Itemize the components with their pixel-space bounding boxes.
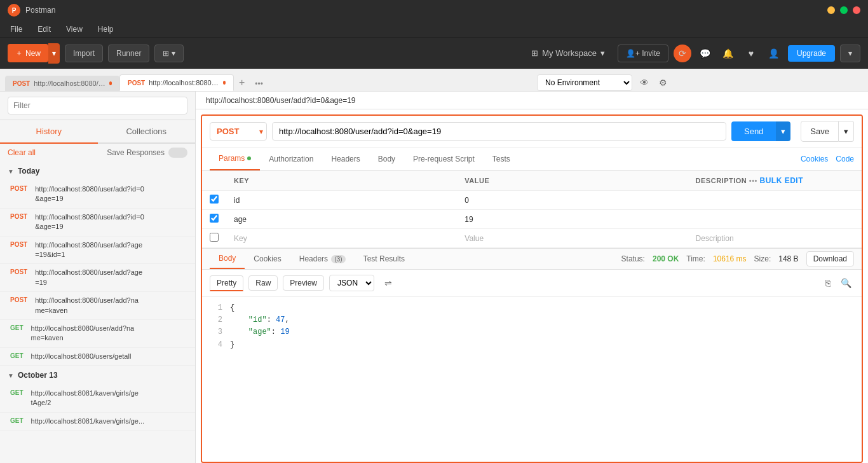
bell-icon[interactable]: 🔔 — [719, 45, 737, 62]
col-more-icon[interactable]: ••• — [749, 177, 757, 184]
format-pretty-button[interactable]: Pretty — [210, 275, 243, 291]
response-tab-headers[interactable]: Headers (3) — [290, 249, 355, 268]
sidebar-actions: Clear all Save Responses — [0, 144, 195, 162]
param-checkbox-1[interactable] — [210, 195, 219, 204]
url-input[interactable] — [272, 122, 726, 141]
size-value: 148 B — [778, 254, 798, 263]
tab-authorization[interactable]: Authorization — [260, 148, 322, 170]
clear-all-button[interactable]: Clear all — [8, 148, 36, 157]
menu-help[interactable]: Help — [95, 24, 116, 35]
menu-view[interactable]: View — [64, 24, 85, 35]
format-preview-button[interactable]: Preview — [283, 275, 324, 291]
list-item[interactable]: GET http://localhost:8081/kaven/girls/ge… — [0, 413, 195, 431]
format-raw-button[interactable]: Raw — [248, 275, 278, 291]
param-key-1[interactable]: id — [226, 191, 457, 210]
close-button[interactable] — [853, 6, 860, 14]
new-button-caret[interactable]: ▾ — [48, 43, 60, 64]
list-item[interactable]: GET http://localhost:8081/kaven/girls/ge… — [0, 385, 195, 413]
param-checkbox-new[interactable] — [210, 233, 219, 242]
param-desc-2[interactable] — [688, 210, 862, 229]
sidebar-tab-collections[interactable]: Collections — [98, 120, 196, 142]
param-value-new[interactable]: Value — [457, 229, 688, 248]
maximize-button[interactable] — [840, 6, 848, 14]
response-body-toolbar: Pretty Raw Preview JSON ⇌ ⎘ 🔍 — [202, 270, 862, 297]
download-button[interactable]: Download — [806, 251, 854, 266]
json-value-id: 47 — [276, 315, 285, 324]
response-tab-cookies[interactable]: Cookies — [245, 249, 290, 268]
minimize-button[interactable] — [827, 6, 835, 14]
response-tab-body[interactable]: Body — [210, 249, 245, 269]
copy-icon[interactable]: ⎘ — [823, 275, 833, 291]
list-item[interactable]: POST http://localhost:8080/user/add?id=0… — [0, 209, 195, 237]
user-icon[interactable]: 👤 — [765, 45, 783, 62]
list-item[interactable]: POST http://localhost:8080/user/add?id=0… — [0, 181, 195, 209]
method-dropdown[interactable]: POST GET PUT DELETE — [210, 122, 267, 141]
list-item[interactable]: POST http://localhost:8080/user/add?name… — [0, 292, 195, 320]
param-desc-new[interactable]: Description — [688, 229, 862, 248]
list-item[interactable]: GET http://localhost:8080/users/getall — [0, 348, 195, 366]
cookies-link[interactable]: Cookies — [801, 155, 828, 163]
search-response-icon[interactable]: 🔍 — [838, 275, 854, 291]
save-button[interactable]: Save — [801, 121, 839, 142]
tab-tests[interactable]: Tests — [484, 148, 519, 170]
tab-headers[interactable]: Headers — [322, 148, 369, 170]
list-item[interactable]: POST http://localhost:8080/user/add?age=… — [0, 237, 195, 265]
env-settings-icon[interactable]: ⚙ — [656, 75, 670, 90]
param-desc-1[interactable] — [688, 191, 862, 210]
save-responses-toggle-switch[interactable] — [168, 148, 187, 158]
invite-button[interactable]: 👤+ Invite — [618, 45, 668, 62]
environment-select[interactable]: No Environment — [537, 74, 632, 91]
save-caret-button[interactable]: ▾ — [839, 121, 854, 142]
send-caret-button[interactable]: ▾ — [776, 121, 790, 141]
list-item[interactable]: GET http://localhost:8080/user/add?name=… — [0, 320, 195, 348]
send-button[interactable]: Send — [731, 121, 776, 141]
tab-2[interactable]: POST http://localhost:8080/person/se... — [119, 74, 234, 91]
param-checkbox-2[interactable] — [210, 214, 219, 223]
param-key-2[interactable]: age — [226, 210, 457, 229]
tab-1[interactable]: POST http://localhost:8080/person/se... — [5, 76, 119, 91]
current-url-display: http://localhost:8080/user/add?id=0&age=… — [201, 93, 361, 107]
code-link[interactable]: Code — [836, 155, 854, 163]
tab-params[interactable]: Params — [210, 148, 260, 170]
method-badge: POST — [8, 212, 30, 232]
upgrade-caret[interactable]: ▾ — [840, 45, 860, 62]
history-url: http://localhost:8080/user/add?name=kave… — [35, 296, 139, 315]
param-value-1[interactable]: 0 — [457, 191, 688, 210]
new-button[interactable]: ＋ New — [8, 44, 48, 62]
heart-icon[interactable]: ♥ — [742, 45, 760, 62]
plus-icon: ＋ — [15, 48, 23, 59]
section-today[interactable]: ▼ Today — [0, 162, 195, 181]
workspace-button[interactable]: ⊞ My Workspace ▾ — [524, 45, 613, 62]
sync-icon[interactable]: ⟳ — [674, 45, 691, 62]
import-button[interactable]: Import — [65, 45, 103, 62]
chat-icon[interactable]: 💬 — [696, 45, 714, 62]
env-eye-icon[interactable]: 👁 — [637, 75, 651, 90]
response-tab-test-results[interactable]: Test Results — [355, 249, 414, 268]
json-format-select[interactable]: JSON — [329, 275, 374, 291]
add-tab-button[interactable]: + — [234, 74, 250, 91]
tab-more-button[interactable]: ••• — [250, 77, 268, 91]
status-label: Status: — [621, 254, 645, 263]
params-active-dot — [247, 156, 251, 160]
menu-edit[interactable]: Edit — [35, 24, 53, 35]
method-badge: GET — [8, 324, 26, 343]
param-value-2[interactable]: 19 — [457, 210, 688, 229]
param-key-new[interactable]: Key — [226, 229, 457, 248]
extra-button[interactable]: ⊞ ▾ — [154, 45, 183, 62]
upgrade-button[interactable]: Upgrade — [788, 45, 835, 62]
menu-file[interactable]: File — [8, 24, 25, 35]
tab-pre-request[interactable]: Pre-request Script — [404, 148, 484, 170]
list-item[interactable]: POST http://localhost:8080/user/add?age=… — [0, 264, 195, 292]
bulk-edit-button[interactable]: Bulk Edit — [759, 176, 803, 185]
url-bar-display: http://localhost:8080/user/add?id=0&age=… — [196, 92, 868, 109]
method-badge: GET — [8, 352, 26, 361]
tab-body[interactable]: Body — [369, 148, 404, 170]
request-section: POST GET PUT DELETE ▾ Send ▾ Save ▾ — [201, 114, 863, 463]
time-label: Time: — [686, 254, 705, 263]
sidebar-tab-history[interactable]: History — [0, 120, 98, 144]
method-badge: POST — [8, 296, 30, 315]
search-input[interactable] — [8, 97, 187, 114]
section-october13[interactable]: ▼ October 13 — [0, 366, 195, 385]
wrap-icon[interactable]: ⇌ — [379, 275, 397, 291]
runner-button[interactable]: Runner — [108, 45, 149, 62]
